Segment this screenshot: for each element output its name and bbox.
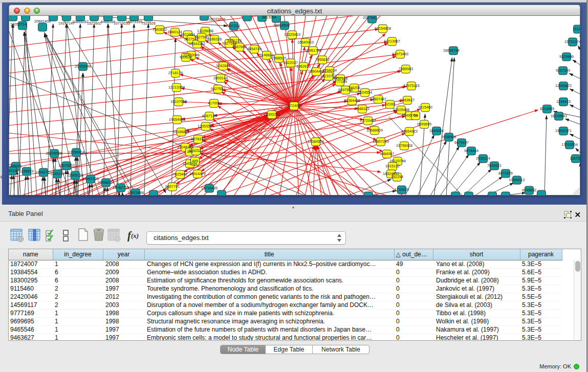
svg-text:12923448: 12923448 bbox=[127, 190, 144, 195]
svg-text:9329966: 9329966 bbox=[559, 54, 574, 59]
svg-text:20053346: 20053346 bbox=[75, 64, 91, 69]
svg-text:15751074: 15751074 bbox=[564, 39, 580, 44]
svg-text:489: 489 bbox=[192, 159, 198, 163]
svg-text:8471676: 8471676 bbox=[498, 171, 513, 176]
svg-text:7515526: 7515526 bbox=[141, 21, 156, 26]
svg-text:9884067: 9884067 bbox=[380, 151, 394, 156]
svg-text:16543382: 16543382 bbox=[189, 41, 205, 46]
svg-text:1640954: 1640954 bbox=[429, 128, 444, 133]
svg-text:9777169: 9777169 bbox=[333, 79, 347, 84]
svg-text:14055714: 14055714 bbox=[10, 22, 27, 27]
svg-text:15716485: 15716485 bbox=[201, 186, 217, 190]
svg-text:8292522: 8292522 bbox=[189, 148, 203, 153]
svg-text:9463627: 9463627 bbox=[400, 98, 415, 102]
svg-text:8912954: 8912954 bbox=[181, 32, 195, 37]
svg-text:7955812: 7955812 bbox=[315, 57, 330, 62]
svg-text:13353594: 13353594 bbox=[198, 124, 214, 128]
svg-text:19654923: 19654923 bbox=[401, 129, 418, 134]
svg-text:16640910: 16640910 bbox=[297, 40, 314, 45]
svg-text:1145194: 1145194 bbox=[50, 171, 64, 176]
svg-text:16120746: 16120746 bbox=[389, 159, 406, 163]
svg-text:17016504: 17016504 bbox=[561, 142, 578, 147]
svg-text:16154808: 16154808 bbox=[375, 26, 391, 31]
svg-text:989628: 989628 bbox=[180, 55, 192, 59]
svg-text:15720407: 15720407 bbox=[360, 118, 376, 123]
svg-text:2935114: 2935114 bbox=[476, 156, 490, 161]
svg-text:16961758: 16961758 bbox=[305, 48, 321, 53]
svg-text:7357224: 7357224 bbox=[226, 24, 240, 28]
svg-text:435001: 435001 bbox=[10, 164, 22, 168]
svg-text:3242848: 3242848 bbox=[216, 63, 230, 68]
svg-text:16210643: 16210643 bbox=[551, 114, 567, 118]
svg-text:12213369: 12213369 bbox=[168, 85, 185, 90]
svg-text:19218506: 19218506 bbox=[273, 23, 290, 28]
svg-text:64: 64 bbox=[413, 113, 418, 118]
svg-text:13226058: 13226058 bbox=[197, 29, 213, 33]
svg-text:12505135: 12505135 bbox=[67, 173, 83, 178]
svg-text:13325419: 13325419 bbox=[284, 32, 300, 37]
svg-text:6466160: 6466160 bbox=[101, 19, 115, 24]
svg-text:11121: 11121 bbox=[573, 27, 580, 31]
svg-text:16033809: 16033809 bbox=[209, 17, 225, 21]
svg-text:8860124: 8860124 bbox=[168, 30, 182, 34]
svg-text:9227349: 9227349 bbox=[556, 68, 570, 73]
svg-text:1156819: 1156819 bbox=[19, 169, 33, 173]
svg-text:1527602: 1527602 bbox=[87, 21, 101, 26]
svg-text:7632621: 7632621 bbox=[487, 163, 502, 168]
svg-text:9427552: 9427552 bbox=[211, 86, 225, 91]
svg-text:2718176: 2718176 bbox=[168, 71, 183, 75]
svg-text:10973493: 10973493 bbox=[392, 52, 408, 56]
svg-text:16107553: 16107553 bbox=[170, 99, 187, 104]
svg-text:12975115: 12975115 bbox=[403, 83, 419, 88]
svg-text:9794024: 9794024 bbox=[322, 68, 337, 73]
svg-text:18807249: 18807249 bbox=[373, 139, 389, 144]
svg-text:10025488: 10025488 bbox=[393, 107, 409, 112]
svg-text:19654983: 19654983 bbox=[169, 117, 185, 122]
svg-text:2588520: 2588520 bbox=[272, 56, 286, 60]
svg-text:1733426: 1733426 bbox=[395, 187, 409, 192]
svg-text:9245652: 9245652 bbox=[522, 188, 536, 192]
svg-text:10807487: 10807487 bbox=[370, 97, 386, 101]
svg-text:9474444: 9474444 bbox=[464, 148, 478, 153]
svg-text:12093872: 12093872 bbox=[555, 83, 572, 88]
svg-text:19166827: 19166827 bbox=[173, 129, 189, 134]
svg-text:12942757: 12942757 bbox=[35, 170, 52, 174]
svg-text:10654112: 10654112 bbox=[509, 178, 525, 182]
svg-text:417006: 417006 bbox=[208, 101, 220, 105]
svg-text:116753: 116753 bbox=[570, 156, 580, 161]
svg-text:10653267: 10653267 bbox=[72, 19, 89, 24]
svg-text:18724007: 18724007 bbox=[286, 103, 302, 108]
svg-text:2803144: 2803144 bbox=[213, 76, 228, 80]
svg-text:16648784: 16648784 bbox=[443, 48, 460, 53]
svg-text:8322037: 8322037 bbox=[284, 60, 298, 65]
svg-text:2087682: 2087682 bbox=[363, 16, 377, 20]
svg-text:1362615: 1362615 bbox=[296, 64, 311, 69]
svg-text:3624554: 3624554 bbox=[358, 90, 372, 95]
svg-text:16671355: 16671355 bbox=[126, 19, 142, 24]
svg-text:9327503: 9327503 bbox=[194, 35, 209, 39]
svg-text:5938928: 5938928 bbox=[442, 135, 456, 139]
svg-text:15692971: 15692971 bbox=[555, 128, 572, 133]
svg-text:2667608: 2667608 bbox=[232, 45, 247, 49]
svg-text:17359924: 17359924 bbox=[68, 150, 84, 155]
svg-text:19756928: 19756928 bbox=[396, 143, 412, 148]
svg-text:1244415: 1244415 bbox=[556, 99, 571, 104]
svg-text:10688609: 10688609 bbox=[366, 128, 383, 133]
svg-text:8454749: 8454749 bbox=[247, 47, 262, 51]
svg-text:0899695: 0899695 bbox=[417, 122, 431, 126]
svg-text:16914479: 16914479 bbox=[189, 171, 206, 176]
svg-text:7563822: 7563822 bbox=[153, 27, 167, 32]
svg-text:18300293: 18300293 bbox=[264, 112, 280, 117]
svg-text:9115460: 9115460 bbox=[418, 105, 432, 110]
svg-text:252254: 252254 bbox=[391, 174, 403, 179]
svg-text:(x): (x) bbox=[131, 232, 139, 239]
svg-text:8813054: 8813054 bbox=[262, 16, 276, 19]
svg-text:19384554: 19384554 bbox=[308, 139, 324, 144]
svg-text:746206: 746206 bbox=[348, 85, 360, 90]
svg-text:62160: 62160 bbox=[385, 102, 395, 106]
svg-text:20206536: 20206536 bbox=[46, 151, 62, 156]
svg-text:6479197: 6479197 bbox=[454, 140, 469, 145]
svg-text:10958107: 10958107 bbox=[98, 180, 114, 185]
svg-text:8878332: 8878332 bbox=[191, 137, 205, 141]
svg-text:7625402: 7625402 bbox=[173, 172, 187, 177]
